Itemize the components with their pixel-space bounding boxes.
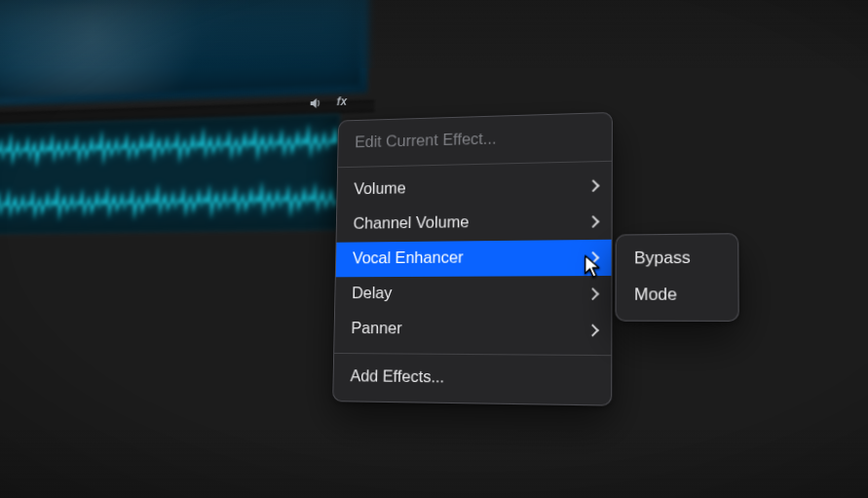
audio-waveform-left xyxy=(0,115,339,180)
effects-context-menu: Edit Current Effect... Volume Channel Vo… xyxy=(332,112,613,405)
menu-item-panner[interactable]: Panner xyxy=(334,312,611,349)
menu-item-label: Channel Volume xyxy=(353,210,593,235)
menu-separator xyxy=(334,353,611,356)
menu-item-channel-volume[interactable]: Channel Volume xyxy=(336,204,611,243)
submenu-item-bypass[interactable]: Bypass xyxy=(617,241,738,278)
menu-item-vocal-enhancer[interactable]: Vocal Enhancer xyxy=(336,240,612,277)
menu-item-label: Mode xyxy=(634,284,720,307)
submenu-item-mode[interactable]: Mode xyxy=(617,277,738,314)
menu-item-label: Vocal Enhancer xyxy=(353,246,594,270)
menu-item-label: Bypass xyxy=(634,247,719,271)
menu-item-delay[interactable]: Delay xyxy=(335,276,611,312)
menu-item-label: Delay xyxy=(352,282,593,305)
fx-icon[interactable]: fx xyxy=(329,95,349,108)
menu-item-label: Add Effects... xyxy=(350,365,592,391)
audio-clip[interactable] xyxy=(0,114,340,235)
menu-item-label: Edit Current Effect... xyxy=(355,126,594,154)
menu-item-volume[interactable]: Volume xyxy=(337,168,612,208)
menu-item-label: Panner xyxy=(351,318,593,341)
menu-separator xyxy=(338,161,612,168)
menu-item-edit-current-effect: Edit Current Effect... xyxy=(338,119,612,161)
vocal-enhancer-submenu: Bypass Mode xyxy=(615,233,738,322)
speaker-icon[interactable] xyxy=(308,96,322,114)
audio-waveform-right xyxy=(0,172,338,234)
menu-item-label: Volume xyxy=(354,173,593,201)
video-clip[interactable] xyxy=(0,0,370,106)
timeline: fx xyxy=(0,0,377,230)
menu-item-add-effects[interactable]: Add Effects... xyxy=(333,360,611,399)
